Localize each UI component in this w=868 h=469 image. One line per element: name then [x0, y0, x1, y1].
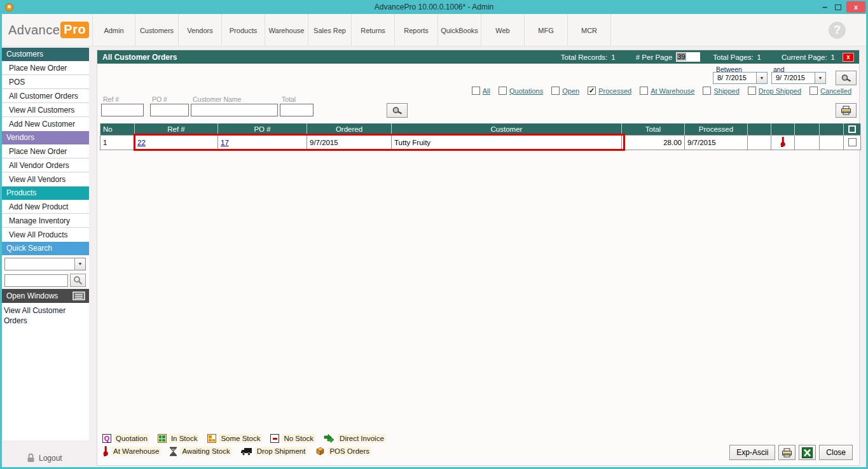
- close-window-button[interactable]: x: [846, 1, 865, 13]
- col-processed[interactable]: Processed: [685, 123, 748, 135]
- date-from-dropdown[interactable]: 8/ 7/2015 ▼: [713, 72, 768, 84]
- search-icon: [841, 74, 852, 83]
- nav-item-warehouse[interactable]: Warehouse: [265, 14, 308, 46]
- nav-item-mfg[interactable]: MFG: [525, 14, 568, 46]
- total-records-label: Total Records:: [561, 53, 608, 61]
- sidebar: Customers Place New Order POS All Custom…: [2, 48, 89, 440]
- nav-item-returns[interactable]: Returns: [352, 14, 395, 46]
- customer-search-input[interactable]: [191, 104, 278, 116]
- col-po[interactable]: PO #: [218, 123, 307, 135]
- all-customer-orders-panel: All Customer Orders Total Records: 1 # P…: [97, 50, 860, 466]
- filter-processed[interactable]: Processed: [588, 87, 631, 95]
- window-list-icon[interactable]: [72, 291, 85, 300]
- nav-item-reports[interactable]: Reports: [395, 14, 438, 46]
- close-button[interactable]: Close: [819, 445, 853, 460]
- col-ref[interactable]: Ref #: [135, 123, 218, 135]
- filter-all[interactable]: All: [472, 87, 490, 95]
- date-search-button[interactable]: [836, 71, 857, 85]
- col-select[interactable]: [844, 123, 861, 135]
- chevron-down-icon: ▼: [756, 73, 767, 83]
- quick-search-button[interactable]: [70, 274, 86, 287]
- window-title: AdvancePro 10.00.0.1006* - Admin: [0, 3, 868, 11]
- sidebar-item-all-customer-orders[interactable]: All Customer Orders: [2, 89, 89, 103]
- po-search-label: PO #: [152, 95, 167, 103]
- sidebar-item-place-new-order-customer[interactable]: Place New Order: [2, 61, 89, 75]
- checkbox-drop-shipped[interactable]: [748, 87, 756, 95]
- padlock-icon: [27, 453, 35, 463]
- ref-search-input[interactable]: [101, 104, 144, 116]
- table-header-row: No Ref # PO # Ordered Customer Total Pro…: [100, 123, 861, 135]
- drop-shipment-truck-icon: [240, 447, 252, 456]
- in-stock-grid-icon: [158, 434, 167, 443]
- open-window-entry[interactable]: View All Customer Orders: [4, 305, 89, 326]
- nav-item-sales-rep[interactable]: Sales Rep: [308, 14, 352, 46]
- minimize-button[interactable]: –: [818, 4, 831, 10]
- col-ordered[interactable]: Ordered: [307, 123, 392, 135]
- checkbox-quotations[interactable]: [499, 87, 507, 95]
- total-search-input[interactable]: [280, 104, 313, 116]
- col-customer[interactable]: Customer: [392, 123, 622, 135]
- sidebar-item-view-all-vendors[interactable]: View All Vendors: [2, 172, 89, 186]
- checkbox-all[interactable]: [472, 87, 480, 95]
- checkbox-open[interactable]: [551, 87, 560, 95]
- legend-quotation: QQuotation: [102, 434, 149, 443]
- checkbox-shipped[interactable]: [703, 87, 711, 95]
- sidebar-item-pos[interactable]: POS: [2, 75, 89, 89]
- nav-item-mcr[interactable]: MCR: [568, 14, 611, 46]
- col-no[interactable]: No: [100, 123, 135, 135]
- nav-item-vendors[interactable]: Vendors: [179, 14, 222, 46]
- logo-text: Advance: [8, 23, 60, 38]
- filter-shipped[interactable]: Shipped: [703, 87, 739, 95]
- exp-ascii-button[interactable]: Exp-Ascii: [729, 445, 775, 460]
- nav-item-products[interactable]: Products: [222, 14, 265, 46]
- total-pages-value: 1: [757, 53, 761, 61]
- nav-item-customers[interactable]: Customers: [135, 14, 179, 46]
- row-checkbox[interactable]: [848, 138, 857, 146]
- total-records-value: 1: [611, 53, 615, 61]
- print-list-button[interactable]: [836, 103, 857, 118]
- sidebar-item-view-all-customers[interactable]: View All Customers: [2, 103, 89, 117]
- col-total[interactable]: Total: [622, 123, 685, 135]
- direct-invoice-arrows-icon: [324, 434, 335, 443]
- ref-search-label: Ref #: [103, 95, 119, 103]
- maximize-button[interactable]: [835, 4, 841, 10]
- filter-drop-shipped[interactable]: Drop Shipped: [748, 87, 801, 95]
- ref-link[interactable]: 22: [137, 139, 146, 146]
- legend-pos-orders: POS Orders: [315, 447, 371, 456]
- checkbox-cancelled[interactable]: [809, 87, 818, 95]
- logout-button[interactable]: Logout: [27, 453, 62, 463]
- cell-status-1: [748, 135, 771, 150]
- print-button[interactable]: [778, 445, 796, 460]
- sidebar-item-all-vendor-orders[interactable]: All Vendor Orders: [2, 158, 89, 172]
- close-panel-button[interactable]: x: [843, 53, 854, 62]
- po-search-input[interactable]: [150, 104, 189, 116]
- checkbox-at-warehouse[interactable]: [640, 87, 648, 95]
- grid-search-button[interactable]: [387, 103, 408, 118]
- export-excel-button[interactable]: [799, 445, 816, 460]
- nav-item-admin[interactable]: Admin: [92, 14, 135, 46]
- select-all-checkbox[interactable]: [848, 125, 856, 133]
- nav-item-web[interactable]: Web: [481, 14, 525, 46]
- sidebar-item-add-new-product[interactable]: Add New Product: [2, 200, 89, 214]
- checkbox-processed[interactable]: [588, 87, 596, 95]
- sidebar-item-add-new-customer[interactable]: Add New Customer: [2, 117, 89, 131]
- quick-search-input[interactable]: [4, 274, 68, 287]
- sidebar-item-manage-inventory[interactable]: Manage Inventory: [2, 214, 89, 228]
- col-status-1: [748, 123, 771, 135]
- legend-awaiting-stock: Awaiting Stock: [169, 447, 231, 456]
- nav-item-quickbooks[interactable]: QuickBooks: [438, 14, 481, 46]
- quick-search-category-dropdown[interactable]: ▼: [4, 258, 86, 270]
- filter-open[interactable]: Open: [551, 87, 579, 95]
- po-link[interactable]: 17: [221, 139, 229, 146]
- customer-search-label: Customer Name: [193, 95, 241, 103]
- per-page-input[interactable]: 39: [676, 52, 700, 62]
- filter-cancelled[interactable]: Cancelled: [809, 87, 851, 95]
- filter-at-warehouse[interactable]: At Warehouse: [640, 87, 694, 95]
- help-icon[interactable]: ?: [829, 22, 846, 39]
- cell-customer: Tutty Fruity: [392, 135, 622, 150]
- sidebar-item-place-new-order-vendor[interactable]: Place New Order: [2, 144, 89, 158]
- sidebar-item-view-all-products[interactable]: View All Products: [2, 228, 89, 242]
- filter-quotations[interactable]: Quotations: [499, 87, 543, 95]
- date-to-dropdown[interactable]: 9/ 7/2015 ▼: [771, 72, 826, 84]
- sidebar-section-quick-search: Quick Search: [2, 242, 89, 255]
